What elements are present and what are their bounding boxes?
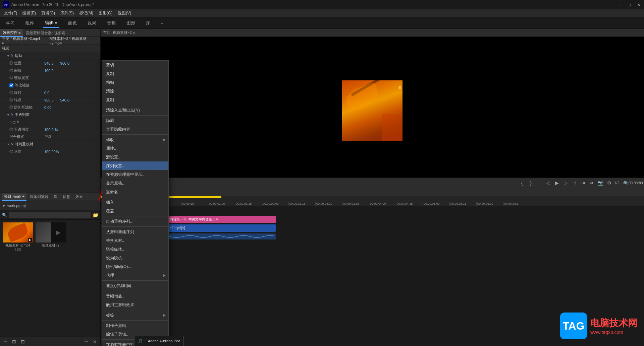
ctx-modify[interactable]: 修改 [102, 135, 168, 144]
menu-marker[interactable]: 标记(M) [76, 9, 96, 17]
search-input[interactable] [9, 212, 91, 218]
ctx-duplicate[interactable]: 复制 [102, 95, 168, 104]
ctx-paste[interactable]: 粘贴 [102, 78, 168, 87]
track-row-a2[interactable] [154, 241, 638, 250]
ctx-hide[interactable]: 隐藏 [102, 116, 168, 125]
menu-sequence[interactable]: 序列(S) [58, 9, 76, 17]
ctx-clear-inout[interactable]: 清除入点和出点(N) [102, 106, 168, 115]
ctx-master-clip-fx[interactable]: 嵌用主剪辑效果 [102, 300, 168, 309]
ctx-sequence-settings[interactable]: 序列设置... [102, 161, 168, 170]
tab-color[interactable]: 颜色 [66, 19, 79, 27]
play-btn[interactable]: ▶ [553, 179, 560, 187]
menu-clip[interactable]: 剪辑(C) [39, 9, 58, 17]
prev-frame-btn[interactable]: ◁ [544, 179, 552, 187]
rotation-value[interactable]: 0.0 [44, 91, 49, 95]
ctx-cut[interactable]: 剪切 [102, 61, 168, 69]
tab-info[interactable]: 信息 [61, 193, 72, 201]
track-row-v3[interactable] [154, 206, 638, 215]
tab-assembly[interactable]: 组件 [23, 19, 36, 27]
position-x[interactable]: 540.0 [44, 61, 54, 65]
position-y[interactable]: 960.0 [60, 61, 70, 65]
media-item-2[interactable]: ▶ 视频素材~2 [36, 222, 66, 252]
ctx-show-in-explorer[interactable]: 在资源管理器中显示... [102, 170, 168, 179]
ctx-auto-reframe[interactable]: 自动重构序列... [102, 217, 168, 226]
right-scrollbar[interactable] [638, 206, 644, 346]
ctx-copy[interactable]: 复制 [102, 69, 168, 78]
insert-btn[interactable]: ⇥ [579, 179, 587, 187]
go-in-btn[interactable]: ⊢ [536, 179, 543, 187]
anchor-y[interactable]: 540.0 [60, 98, 70, 102]
add-track-btn[interactable]: + [638, 180, 641, 186]
maximize-button[interactable]: □ [627, 2, 632, 7]
ctx-make-offline[interactable]: 设为脱机... [102, 254, 168, 262]
close-button[interactable]: ✕ [636, 2, 641, 7]
list-view-btn[interactable]: ☰ [2, 338, 9, 345]
taskbar-audition[interactable]: 🎵 E Adobe Audition Pea [134, 336, 184, 346]
menu-edit[interactable]: 编辑(E) [20, 9, 39, 17]
tab-project[interactable]: 项目: work ≡ [2, 193, 26, 201]
track-row-a1[interactable] [154, 232, 638, 241]
scale-value[interactable]: 100.0 [44, 69, 54, 73]
tab-more[interactable]: » [160, 20, 163, 25]
ctx-link-media[interactable]: 链接媒体... [102, 245, 168, 254]
ctx-source-settings[interactable]: 源设置... [102, 153, 168, 161]
timeline-ruler[interactable]: 00:00 00:00:15 00:00:01:00 00:00:01:15 0… [101, 198, 644, 206]
clip-audio[interactable] [155, 233, 276, 239]
tab-edit[interactable]: 编辑 ≡ [43, 18, 59, 28]
menu-graphics[interactable]: 图形(G) [96, 9, 115, 17]
tab-media-browser[interactable]: 媒体浏览器 [28, 193, 50, 201]
motion-header[interactable]: ▼ fx 运动 [0, 52, 100, 60]
opacity-value[interactable]: 100.0 % [44, 128, 58, 132]
ctx-view-hidden[interactable]: 查看隐藏内容 [102, 125, 168, 134]
menu-view[interactable]: 视图(V) [115, 9, 134, 17]
overwrite-btn[interactable]: ⇒ [588, 179, 595, 187]
tab-effect-controls[interactable]: 效果控件 ≡ [0, 29, 23, 37]
speed-value[interactable]: 100.00% [44, 150, 59, 154]
ctx-new-seq-from-clip[interactable]: 从剪辑新建序列 [102, 227, 168, 236]
timeremap-header[interactable]: ▼ fx 时间重映射 [0, 141, 100, 148]
ctx-replace-footage[interactable]: 替换素材... [102, 236, 168, 245]
mark-out-btn[interactable]: } [527, 179, 534, 187]
menu-file[interactable]: 文件(F) [1, 9, 20, 17]
tab-effects2[interactable]: 效果 [73, 193, 85, 201]
anchor-x[interactable]: 960.0 [44, 98, 54, 102]
track-row-v1[interactable]: 视频素材~2.mp4[V] [154, 224, 638, 232]
ctx-label[interactable]: 标签 [102, 311, 168, 320]
new-item-btn[interactable]: ☰ [83, 338, 90, 345]
export-frame-btn[interactable]: 📷 [597, 179, 604, 187]
tab-learn[interactable]: 学习 [4, 19, 17, 27]
ctx-audio-gain[interactable]: 音频增益... [102, 292, 168, 300]
ctx-speed[interactable]: 速度/持续时间... [102, 281, 168, 290]
next-frame-btn[interactable]: ▷ [562, 179, 569, 187]
track-row-caption[interactable]: 举例文字内容第一句. 举例文字内容第二句. [154, 215, 638, 224]
ctx-make-subclip[interactable]: 制作子剪辑 [102, 321, 168, 330]
ctx-props[interactable]: 属性... [102, 144, 168, 153]
clip-text[interactable]: 举例文字内容第一句. 举例文字内容第二句. [155, 216, 276, 223]
tab-lib[interactable]: 库 [52, 193, 59, 201]
ctx-clear[interactable]: 清除 [102, 87, 168, 95]
ctx-overwrite[interactable]: 覆盖 [102, 207, 168, 215]
icon-view-btn[interactable]: ⊞ [11, 338, 17, 345]
opacity-header[interactable]: ▼ fx 不透明度 [0, 111, 100, 119]
tab-library[interactable]: 库 [144, 19, 152, 27]
ctx-offline-encode[interactable]: 脱机编码(O)... [102, 262, 168, 271]
tab-graphics[interactable]: 图形 [124, 19, 137, 27]
tab-audio-mixer[interactable]: 音频剪辑混合器: 视频素... [23, 29, 70, 37]
new-bin-icon[interactable]: 📁 [93, 212, 98, 218]
clip-video[interactable]: 视频素材~2.mp4[V] [155, 224, 276, 232]
tab-audio[interactable]: 音频 [105, 19, 118, 27]
minimize-button[interactable]: ─ [617, 2, 623, 7]
media-item-1[interactable]: ▶ 视频素材~2.mp4 3:00 [3, 222, 33, 252]
freeform-view-btn[interactable]: ⊡ [19, 338, 26, 345]
ruler-61: 00:00:06:1 [503, 202, 530, 206]
go-out-btn[interactable]: ⊣ [571, 179, 578, 187]
tab-effects[interactable]: 效果 [86, 19, 98, 27]
ctx-show-original[interactable]: 显示原稿... [102, 179, 168, 188]
ctx-insert[interactable]: 插入 [102, 198, 168, 207]
delete-btn[interactable]: ✕ [92, 338, 98, 345]
flicker-value[interactable]: 0.00 [44, 106, 51, 110]
settings-btn[interactable]: ⚙ [605, 179, 613, 187]
ctx-proxy[interactable]: 代理 [102, 271, 168, 280]
mark-in-btn[interactable]: { [518, 179, 526, 187]
ctx-rename[interactable]: 重命名 [102, 188, 168, 196]
